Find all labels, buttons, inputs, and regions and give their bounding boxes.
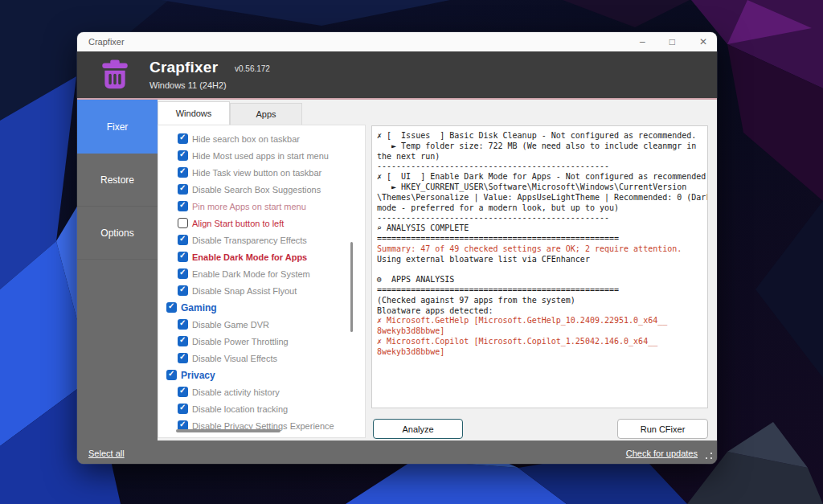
- minimize-icon[interactable]: –: [640, 37, 645, 47]
- checklist-item[interactable]: Align Start button to left: [158, 215, 365, 232]
- checklist-item[interactable]: Enable Dark Mode for System: [158, 265, 365, 282]
- checklist-item[interactable]: Disable Snap Assist Flyout: [158, 282, 365, 299]
- tab-windows[interactable]: Windows: [158, 101, 230, 125]
- run-cfixer-button[interactable]: Run CFixer: [617, 419, 708, 439]
- checklist-item-label: Disable location tracking: [192, 404, 288, 414]
- console-line: ----------------------------------------…: [377, 213, 702, 223]
- analyze-button-label: Analyze: [402, 424, 433, 434]
- console-line: ► Temp folder size: 722 MB (We need also…: [377, 141, 702, 152]
- checkbox-icon[interactable]: [178, 319, 188, 330]
- desktop: Crapfixer – □ ✕ Crapfixer v0.56.172 Wind…: [0, 0, 823, 504]
- close-icon[interactable]: ✕: [699, 37, 707, 47]
- tab-apps-label: Apps: [256, 109, 276, 119]
- checklist-item[interactable]: Gaming: [158, 299, 365, 316]
- window-title: Crapfixer: [88, 32, 125, 51]
- check-for-updates-link[interactable]: Check for updates: [626, 449, 698, 458]
- checklist-item-label: Privacy: [181, 370, 215, 381]
- app-version: v0.56.172: [235, 64, 270, 73]
- checklist-item-label: Enable Dark Mode for System: [192, 269, 310, 279]
- checklist-item[interactable]: Enable Dark Mode for Apps: [158, 248, 365, 265]
- tab-windows-label: Windows: [176, 109, 212, 118]
- checklist-item[interactable]: Disable Game DVR: [158, 316, 365, 333]
- horizontal-scrollbar-thumb[interactable]: [176, 429, 280, 432]
- console-line: ✗ Microsoft.GetHelp [Microsoft.GetHelp_1…: [377, 316, 702, 326]
- checklist-item-label: Hide Most used apps in start menu: [192, 151, 329, 161]
- checkbox-icon[interactable]: [178, 201, 188, 211]
- sidebar-item[interactable]: Fixer: [77, 100, 158, 154]
- console-line: ⚙ APPS ANALYSIS: [377, 275, 702, 285]
- console-line: ----------------------------------------…: [377, 162, 702, 172]
- checkbox-icon[interactable]: [178, 336, 188, 346]
- checklist-item[interactable]: Disable location tracking: [158, 400, 365, 417]
- console-line: [377, 264, 702, 275]
- console-line: ✗ Microsoft.Copilot [Microsoft.Copilot_1…: [377, 337, 702, 347]
- checklist-panel[interactable]: Hide search box on taskbar Hide Most use…: [158, 125, 366, 438]
- checklist-item[interactable]: Hide search box on taskbar: [158, 130, 365, 147]
- checklist-item-label: Pin more Apps on start menu: [192, 202, 306, 211]
- checklist-item-label: Hide Task view button on taskbar: [192, 168, 321, 178]
- checklist-item[interactable]: Disable activity history: [158, 383, 365, 400]
- checkbox-icon[interactable]: [178, 167, 188, 178]
- checkbox-icon[interactable]: [178, 150, 188, 161]
- checkbox-icon[interactable]: [178, 235, 188, 245]
- checklist-item[interactable]: Pin more Apps on start menu: [158, 198, 365, 215]
- sidebar-item-label: Restore: [100, 174, 134, 186]
- console-line: ========================================…: [377, 285, 702, 296]
- crapfixer-window: Crapfixer – □ ✕ Crapfixer v0.56.172 Wind…: [77, 32, 717, 464]
- app-name: Crapfixer: [149, 59, 218, 76]
- select-all-link[interactable]: Select all: [88, 449, 125, 458]
- os-label: Windows 11 (24H2): [149, 80, 227, 90]
- console-line: Summary: 47 of 49 checked settings are O…: [377, 244, 702, 255]
- titlebar[interactable]: Crapfixer – □ ✕: [77, 32, 717, 51]
- checkbox-icon[interactable]: [178, 133, 188, 144]
- console-line: ========================================…: [377, 234, 702, 244]
- checkbox-icon[interactable]: [178, 285, 188, 296]
- checkbox-icon[interactable]: [178, 252, 188, 262]
- checklist-item[interactable]: Disable Transparency Effects: [158, 232, 365, 248]
- checklist-item-label: Disable Search Box Suggestions: [192, 185, 321, 195]
- console-line: Bloatware apps detected:: [377, 306, 702, 317]
- console-line: (Checked against 97 apps from the system…: [377, 296, 702, 306]
- checkbox-icon[interactable]: [166, 370, 177, 380]
- console-line: 8wekyb3d8bbwe]: [377, 347, 702, 358]
- checkbox-icon[interactable]: [178, 218, 188, 228]
- window-body: Fixer Restore Options Windows Apps: [77, 100, 717, 464]
- checklist-item[interactable]: Disable Search Box Suggestions: [158, 181, 365, 198]
- checkbox-icon[interactable]: [178, 404, 188, 414]
- checkbox-icon[interactable]: [178, 268, 188, 279]
- checkbox-icon[interactable]: [166, 302, 177, 313]
- vertical-scrollbar-thumb[interactable]: [350, 242, 353, 332]
- console-line: ► HKEY_CURRENT_USER\Software\Microsoft\W…: [377, 182, 702, 193]
- maximize-icon[interactable]: □: [669, 37, 675, 47]
- checkbox-icon[interactable]: [178, 387, 188, 397]
- sidebar-item-label: Fixer: [107, 121, 129, 133]
- resize-grip-icon[interactable]: [704, 451, 714, 461]
- checklist-item[interactable]: Hide Most used apps in start menu: [158, 147, 365, 164]
- checklist-item-label: Disable Game DVR: [192, 320, 269, 330]
- checklist-item[interactable]: Disable Visual Effects: [158, 350, 365, 367]
- checkbox-icon[interactable]: [178, 353, 188, 363]
- checklist-item-label: Hide search box on taskbar: [192, 134, 300, 144]
- sidebar-item-label: Options: [100, 227, 133, 239]
- sidebar-item[interactable]: Restore: [77, 154, 158, 207]
- trash-icon: [96, 56, 133, 93]
- analysis-console[interactable]: ✗ [ Issues ] Basic Disk Cleanup - Not co…: [371, 125, 708, 408]
- checklist-item-label: Disable Visual Effects: [192, 354, 277, 363]
- analyze-button[interactable]: Analyze: [373, 419, 463, 439]
- checklist-item-label: Disable activity history: [192, 387, 280, 397]
- checklist-item-label: Gaming: [181, 302, 217, 313]
- console-line: ⌕ ANALYSIS COMPLETE: [377, 223, 702, 234]
- checklist-item-label: Enable Dark Mode for Apps: [192, 252, 307, 262]
- checkbox-icon[interactable]: [178, 184, 188, 195]
- tab-apps[interactable]: Apps: [230, 103, 302, 125]
- checklist-item-label: Disable Transparency Effects: [192, 236, 307, 245]
- console-line: 8wekyb3d8bbwe]: [377, 326, 702, 337]
- checklist-item[interactable]: Hide Task view button on taskbar: [158, 164, 365, 181]
- sidebar-item[interactable]: Options: [77, 207, 158, 260]
- checklist-item-label: Disable Snap Assist Flyout: [192, 286, 297, 296]
- console-line: \Themes\Personalize | Value: AppsUseLigh…: [377, 193, 702, 203]
- console-line: the next run): [377, 152, 702, 162]
- checklist-item[interactable]: Privacy: [158, 367, 365, 383]
- checklist-item[interactable]: Disable Power Throttling: [158, 333, 365, 350]
- window-controls: – □ ✕: [640, 32, 707, 51]
